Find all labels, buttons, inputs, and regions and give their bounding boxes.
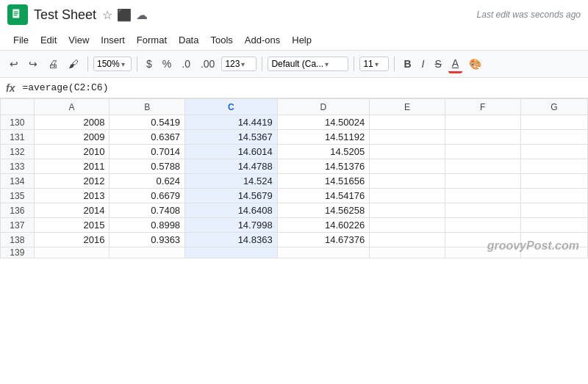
cell-g[interactable] [520,145,587,159]
bold-button[interactable]: B [400,56,415,72]
cell-c[interactable]: 14.524 [185,174,278,189]
cell-d[interactable]: 14.54176 [277,189,370,203]
menu-insert[interactable]: Insert [95,32,131,48]
col-header-b[interactable]: B [110,99,185,115]
cell-d[interactable]: 14.5205 [277,145,370,159]
cell-a[interactable]: 2011 [34,159,110,174]
cell-b[interactable]: 0.624 [110,174,185,189]
menu-format[interactable]: Format [131,32,173,48]
cell-f[interactable] [445,189,520,203]
cell-d[interactable]: 14.51192 [277,130,370,145]
font-select[interactable]: Default (Ca... ▾ [268,57,348,71]
cell-b[interactable]: 0.6367 [110,130,185,145]
col-header-g[interactable]: G [520,99,587,115]
cell-g[interactable] [520,130,587,145]
star-icon[interactable]: ☆ [102,8,112,22]
cell-d[interactable]: 14.60226 [277,218,370,233]
cell-d[interactable]: 14.50024 [277,115,370,130]
cell-c[interactable]: 14.4419 [185,115,278,130]
cloud-icon[interactable]: ☁ [136,8,148,22]
cell-d[interactable] [277,247,370,258]
cell-c[interactable]: 14.7998 [185,218,278,233]
text-color-button[interactable]: 🎨 [465,56,485,72]
cell-g[interactable] [520,115,587,130]
decimal0-button[interactable]: .0 [178,56,194,72]
menu-edit[interactable]: Edit [35,32,62,48]
cell-b[interactable]: 0.5788 [110,159,185,174]
cell-g[interactable] [520,247,587,258]
currency-button[interactable]: $ [143,56,156,72]
cell-e[interactable] [370,247,445,258]
cell-b[interactable]: 0.5419 [110,115,185,130]
cell-e[interactable] [370,189,445,203]
cell-a[interactable]: 2016 [34,233,110,247]
cell-f[interactable] [445,203,520,218]
document-title[interactable]: Test Sheet [34,7,96,23]
paint-format-button[interactable]: 🖌 [65,56,82,72]
cell-e[interactable] [370,130,445,145]
cell-f[interactable] [445,145,520,159]
cell-b[interactable]: 0.6679 [110,189,185,203]
cell-f[interactable] [445,159,520,174]
col-header-e[interactable]: E [370,99,445,115]
cell-f[interactable] [445,115,520,130]
cell-e[interactable] [370,159,445,174]
italic-button[interactable]: I [418,56,429,72]
folder-icon[interactable]: ⬛ [117,8,132,22]
cell-g[interactable] [520,233,587,247]
cell-c[interactable]: 14.4788 [185,159,278,174]
cell-d[interactable]: 14.51376 [277,159,370,174]
cell-b[interactable]: 0.9363 [110,233,185,247]
cell-c[interactable]: 14.5679 [185,189,278,203]
cell-a[interactable]: 2009 [34,130,110,145]
cell-a[interactable] [34,247,110,258]
cell-g[interactable] [520,159,587,174]
cell-c[interactable]: 14.8363 [185,233,278,247]
cell-c[interactable]: 14.6408 [185,203,278,218]
cell-g[interactable] [520,203,587,218]
cell-g[interactable] [520,174,587,189]
cell-f[interactable] [445,130,520,145]
cell-e[interactable] [370,145,445,159]
zoom-select[interactable]: 150% ▾ [93,57,132,71]
menu-view[interactable]: View [62,32,95,48]
cell-a[interactable]: 2012 [34,174,110,189]
cell-c[interactable] [185,247,278,258]
cell-e[interactable] [370,203,445,218]
cell-b[interactable] [110,247,185,258]
cell-e[interactable] [370,174,445,189]
cell-a[interactable]: 2010 [34,145,110,159]
menu-tools[interactable]: Tools [204,32,238,48]
cell-c[interactable]: 14.5367 [185,130,278,145]
cell-e[interactable] [370,218,445,233]
cell-b[interactable]: 0.8998 [110,218,185,233]
cell-f[interactable] [445,247,520,258]
print-button[interactable]: 🖨 [44,56,62,72]
cell-e[interactable] [370,115,445,130]
menu-help[interactable]: Help [286,32,318,48]
cell-e[interactable] [370,233,445,247]
cell-a[interactable]: 2015 [34,218,110,233]
menu-data[interactable]: Data [173,32,204,48]
cell-a[interactable]: 2013 [34,189,110,203]
cell-g[interactable] [520,218,587,233]
percent-button[interactable]: % [159,56,175,72]
formula-input[interactable] [22,82,582,93]
more-formats-select[interactable]: 123 ▾ [221,57,257,71]
redo-button[interactable]: ↪ [25,56,41,72]
cell-d[interactable]: 14.67376 [277,233,370,247]
cell-a[interactable]: 2008 [34,115,110,130]
cell-d[interactable]: 14.51656 [277,174,370,189]
col-header-c[interactable]: C [185,99,278,115]
cell-g[interactable] [520,189,587,203]
undo-button[interactable]: ↩ [6,56,22,72]
cell-f[interactable] [445,218,520,233]
menu-addons[interactable]: Add-ons [239,32,286,48]
cell-b[interactable]: 0.7408 [110,203,185,218]
menu-file[interactable]: File [7,32,35,48]
col-header-f[interactable]: F [445,99,520,115]
cell-b[interactable]: 0.7014 [110,145,185,159]
cell-c[interactable]: 14.6014 [185,145,278,159]
cell-d[interactable]: 14.56258 [277,203,370,218]
col-header-a[interactable]: A [34,99,110,115]
